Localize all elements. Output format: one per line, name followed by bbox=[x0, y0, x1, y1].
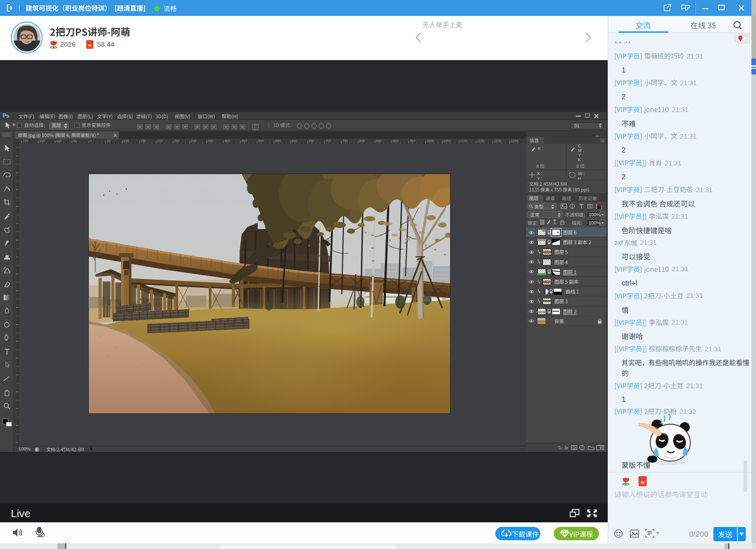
svg-text:0: 0 bbox=[90, 139, 92, 143]
svg-text:100: 100 bbox=[124, 139, 129, 143]
svg-text:700: 700 bbox=[325, 139, 331, 143]
svg-text:900: 900 bbox=[393, 139, 398, 143]
svg-text:500: 500 bbox=[258, 139, 264, 143]
svg-text:150: 150 bbox=[40, 139, 45, 143]
svg-text:550: 550 bbox=[275, 139, 281, 143]
svg-text:1000: 1000 bbox=[427, 139, 434, 143]
svg-text:fx: fx bbox=[565, 445, 569, 450]
svg-text:350: 350 bbox=[208, 139, 214, 143]
svg-text:300: 300 bbox=[191, 139, 197, 143]
svg-text:600: 600 bbox=[292, 139, 298, 143]
svg-text:850: 850 bbox=[376, 139, 382, 143]
svg-text:950: 950 bbox=[410, 139, 415, 143]
svg-text:50: 50 bbox=[73, 139, 77, 143]
svg-text:1250: 1250 bbox=[511, 139, 518, 143]
svg-text:200: 200 bbox=[157, 139, 163, 143]
svg-text:1150: 1150 bbox=[477, 139, 484, 143]
svg-text:50: 50 bbox=[107, 139, 111, 143]
svg-text:1200: 1200 bbox=[494, 139, 501, 143]
svg-text:1100: 1100 bbox=[460, 139, 468, 143]
svg-text:1050: 1050 bbox=[443, 139, 451, 143]
svg-text:200: 200 bbox=[23, 139, 28, 143]
svg-text:150: 150 bbox=[140, 139, 146, 143]
svg-text:650: 650 bbox=[308, 139, 314, 143]
svg-text:100: 100 bbox=[56, 139, 62, 143]
svg-text:800: 800 bbox=[359, 139, 365, 143]
svg-text:250: 250 bbox=[174, 139, 180, 143]
svg-text:400: 400 bbox=[224, 139, 230, 143]
svg-text:450: 450 bbox=[241, 139, 247, 143]
svg-text:750: 750 bbox=[342, 139, 348, 143]
